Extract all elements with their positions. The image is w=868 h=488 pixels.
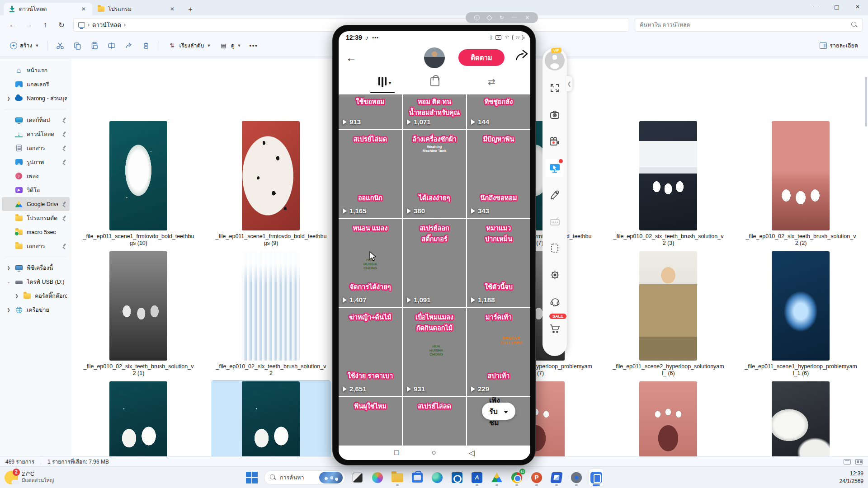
new-button[interactable]: + สร้าง ▼ (6, 38, 42, 53)
info-icon[interactable]: i (474, 15, 480, 20)
close-tab-icon[interactable]: ✕ (80, 5, 88, 13)
video-thumbnail[interactable]: สเปรย์ไล่ลด (403, 397, 466, 446)
rename-button[interactable] (104, 38, 120, 53)
sidebar-item-downloads[interactable]: ↓ดาวน์โหลด (2, 127, 70, 141)
search-input[interactable] (640, 22, 851, 28)
video-thumbnail[interactable]: สเปรย์ลอกสติ๊กเกอร์1,091 (403, 219, 466, 307)
sidebar-item-editor-folder[interactable]: โปรแกรมตัดต่อ (2, 211, 70, 225)
close-tab-icon[interactable]: ✕ (168, 5, 176, 13)
tab-downloads[interactable]: ดาวน์โหลด ✕ (4, 3, 92, 15)
up-button[interactable]: ↑ (38, 18, 52, 32)
record-button[interactable] (546, 132, 564, 150)
file-item[interactable]: _file_ep011_scene1_hyperloop_problemyaml… (742, 250, 860, 381)
home-button[interactable]: ○ (431, 448, 436, 457)
file-item[interactable]: _file_ep010_02_six_teeth_brush_solution_… (609, 120, 727, 251)
details-view-icon[interactable] (844, 459, 851, 465)
powerpoint-button[interactable]: P (529, 469, 544, 487)
close-icon[interactable]: ✕ (525, 15, 529, 20)
scrollbar[interactable] (865, 77, 867, 127)
sidebar-item-google-drive[interactable]: Google Drive (G:) (2, 197, 70, 211)
settings-button[interactable] (569, 469, 584, 487)
share-icon[interactable] (515, 49, 528, 63)
close-button[interactable]: ✕ (847, 0, 868, 14)
ia-app-button[interactable]: A (469, 469, 485, 487)
file-item[interactable]: _file_ep010_02_six_teeth_brush_solution_… (742, 120, 860, 251)
video-thumbnail[interactable]: มาร์คเท้าสปาเท้าREMOVE CALLUSES229 (467, 308, 530, 396)
follow-button[interactable]: ติดตาม (458, 49, 505, 66)
fullscreen-button[interactable] (546, 79, 564, 97)
paste-button[interactable] (86, 38, 103, 53)
thumbnail-view-icon[interactable] (855, 459, 863, 465)
video-thumbnail[interactable]: เพิ่งรับชม (467, 397, 530, 446)
pin-window-icon[interactable] (486, 15, 492, 21)
video-thumbnail[interactable]: หอม ติด ทนน้ำหอมสำหรับคุณ1,071 (403, 94, 466, 129)
file-item[interactable]: _file_ep010_02_six_teeth_brush_solution_… (80, 250, 198, 381)
file-explorer-button[interactable] (390, 469, 405, 487)
microsoft-store-button[interactable] (410, 469, 425, 487)
file-item[interactable]: _file_ep011_scene2_hyperloop_solutionyam… (609, 250, 727, 381)
back-button[interactable]: ◁ (469, 448, 475, 458)
chevron-right-icon[interactable]: ❯ (14, 294, 19, 298)
explorer-search[interactable] (635, 18, 863, 32)
video-thumbnail[interactable]: ทิชชู่ยกลัง144 (467, 94, 530, 129)
video-thumbnail[interactable]: หมาแมวปากเหม็นใช้ตัวนี้จบ1,188 (467, 219, 530, 307)
video-thumbnail[interactable]: ล้างเครื่องซักผ้าได้เองง่ายๆWashing Mach… (403, 130, 466, 218)
copilot-button[interactable] (370, 469, 385, 487)
details-button[interactable]: รายละเอียด (816, 38, 862, 53)
sidebar-item-desktop[interactable]: เดสก์ท็อป (2, 113, 70, 127)
draw-pen-button[interactable] (546, 186, 564, 204)
minimize-button[interactable]: — (806, 0, 826, 14)
sidebar-item-videos[interactable]: ▶วิดีโอ (2, 183, 70, 197)
recently-viewed-pill[interactable]: เพิ่งรับชม (482, 403, 515, 420)
sidebar-item-documents-folder[interactable]: เอกสาร (2, 239, 70, 253)
sidebar-item-pictures[interactable]: รูปภาพ (2, 155, 70, 169)
refresh-button[interactable]: ↻ (54, 18, 69, 32)
taskbar-search[interactable]: การค้นหา (264, 470, 345, 485)
tab-shop-bag-icon[interactable] (430, 77, 439, 86)
select-region-button[interactable] (546, 239, 564, 257)
outlook-button[interactable] (449, 469, 465, 487)
profile-avatar[interactable] (424, 47, 445, 68)
copy-button[interactable] (69, 38, 85, 53)
minimize-icon[interactable]: — (512, 15, 517, 20)
search-highlight-image[interactable] (319, 472, 343, 483)
taskbar-clock[interactable]: 12:39 24/1/2569 (840, 470, 863, 485)
shop-cart-button[interactable]: SALE (546, 319, 564, 337)
sidebar-item-network[interactable]: ❯เครือข่าย (2, 303, 70, 317)
start-button[interactable] (244, 469, 259, 487)
share-button[interactable] (121, 38, 137, 53)
show-desktop-button[interactable] (862, 469, 863, 486)
taskbar-weather-widget[interactable]: 2 27°C มีแดดส่วนใหญ่ (5, 471, 54, 484)
phone-mirror-app-button[interactable] (589, 469, 604, 487)
sidebar-item-macro-folder[interactable]: macro 5sec (2, 225, 70, 239)
sidebar-item-gallery[interactable]: แกลเลอรี (2, 77, 70, 91)
chevron-right-icon[interactable]: ❯ (6, 96, 11, 101)
tab-videos-grid[interactable]: ▼ (378, 77, 392, 87)
video-thumbnail[interactable]: ฟันผุใช่ไหม (339, 397, 402, 446)
chevron-right-icon[interactable]: ❯ (6, 266, 11, 270)
rotate-icon[interactable]: ↻ (499, 15, 504, 20)
task-view-button[interactable] (350, 469, 365, 487)
search-icon[interactable] (851, 22, 858, 28)
sidebar-item-music[interactable]: ♪เพลง (2, 169, 70, 183)
video-thumbnail[interactable]: ใช้ขอหอม913 (339, 94, 402, 129)
video-thumbnail[interactable]: มีปัญหาฟันนึกถึงขอหอม343 (467, 130, 530, 218)
sidebar-item-home[interactable]: ⌂หน้าแรก (2, 63, 70, 77)
screenshot-button[interactable] (546, 106, 564, 124)
cut-button[interactable] (52, 38, 68, 53)
sidebar-item-usb-drive[interactable]: ⌄ไดรฟ์ USB (D:) (2, 275, 70, 289)
sort-button[interactable]: ⇅ เรียงลำดับ ▼ (164, 38, 214, 53)
file-item[interactable]: _file_ep011_scene1_frmtovdo_bold_teethbu… (80, 120, 198, 251)
sidebar-item-onedrive[interactable]: ❯Narong - ส่วนบุคคล (2, 91, 70, 105)
forward-button[interactable]: → (22, 18, 36, 32)
video-thumbnail[interactable]: สเปรย์ไล่มดออแกนิก1,165 (339, 130, 402, 218)
edge-button[interactable] (429, 469, 445, 487)
sidebar-item-documents[interactable]: เอกสาร (2, 141, 70, 155)
tab-repost-icon[interactable]: ⇄ (488, 76, 495, 87)
delete-button[interactable] (138, 38, 154, 53)
settings-button[interactable] (546, 266, 564, 284)
chevron-right-icon[interactable]: ❯ (6, 308, 11, 312)
file-item[interactable]: _file_ep011_scene1_frmtovdo_bold_teethbu… (212, 120, 330, 251)
sidebar-item-tiktok-course-folder[interactable]: ❯คอร์สติ๊กต๊อก2026 (2, 289, 70, 303)
new-tab-button[interactable]: + (184, 4, 196, 15)
